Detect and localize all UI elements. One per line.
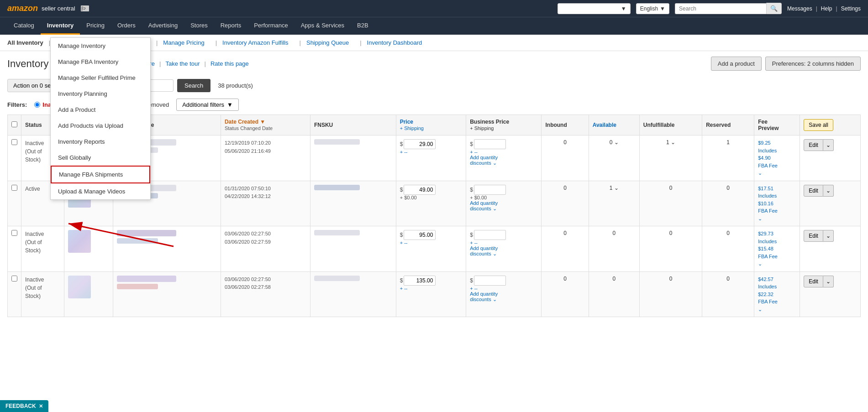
nav-performance[interactable]: Performance bbox=[247, 17, 294, 35]
nav-reports[interactable]: Reports bbox=[214, 17, 248, 35]
menu-manage-fba-shipments[interactable]: Manage FBA Shipments bbox=[51, 166, 150, 183]
row3-biz-price-field[interactable] bbox=[474, 230, 506, 240]
language-selector[interactable]: English ▼ bbox=[636, 3, 669, 14]
menu-manage-fba-inventory[interactable]: Manage FBA Inventory bbox=[51, 54, 150, 70]
menu-sell-globally[interactable]: Sell Globally bbox=[51, 150, 150, 166]
row3-price-field[interactable] bbox=[404, 230, 436, 240]
row3-date-created: 03/06/2020 02:27:50 bbox=[225, 230, 306, 238]
row2-fee-preview: $17.51Includes$10.16FBA Fee⌄ bbox=[758, 185, 796, 223]
th-biz-price: Business Price+ Shipping bbox=[466, 115, 542, 136]
row4-available: 0 bbox=[589, 271, 639, 317]
marketplace-value bbox=[562, 5, 619, 12]
row2-reserved: 0 bbox=[702, 181, 754, 226]
row1-price-adjust[interactable]: + -- bbox=[400, 149, 463, 155]
row3-biz-adjust[interactable]: + -- bbox=[470, 240, 537, 245]
search-button[interactable]: Search bbox=[177, 79, 210, 92]
nav-orders[interactable]: Orders bbox=[111, 17, 142, 35]
row1-biz-price-field[interactable] bbox=[474, 139, 506, 149]
select-all-checkbox[interactable] bbox=[11, 121, 17, 127]
row1-edit-button[interactable]: Edit bbox=[804, 139, 823, 151]
row3-price-adjust[interactable]: + -- bbox=[400, 240, 463, 245]
menu-manage-inventory[interactable]: Manage Inventory bbox=[51, 38, 150, 54]
row2-checkbox[interactable] bbox=[11, 185, 17, 191]
inventory-dropdown-menu: Manage Inventory Manage FBA Inventory Ma… bbox=[50, 37, 151, 200]
menu-inventory-planning[interactable]: Inventory Planning bbox=[51, 86, 150, 102]
row3-add-qty-discounts[interactable]: Add quantitydiscounts ⌄ bbox=[470, 245, 537, 257]
save-all-button[interactable]: Save all bbox=[804, 119, 833, 131]
take-tour-link[interactable]: Take the tour bbox=[165, 60, 200, 67]
search-input[interactable] bbox=[675, 3, 766, 14]
row3-date-changed: 03/06/2020 02:27:59 bbox=[225, 238, 306, 246]
row1-biz-adjust[interactable]: + -- bbox=[470, 149, 537, 155]
row2-edit-button[interactable]: Edit bbox=[804, 185, 823, 197]
nav-pricing[interactable]: Pricing bbox=[80, 17, 111, 35]
row4-unfulfillable: 0 bbox=[639, 271, 702, 317]
row4-price-field[interactable] bbox=[404, 276, 436, 286]
sec-nav-amazon-fulfills[interactable]: Inventory Amazon Fulfills bbox=[219, 35, 289, 51]
search-button[interactable]: 🔍 bbox=[766, 3, 782, 14]
row2-add-qty-discounts[interactable]: Add quantitydiscounts ⌄ bbox=[470, 200, 537, 212]
row4-biz-price-input: $ bbox=[470, 276, 537, 286]
row1-checkbox-cell bbox=[8, 136, 21, 181]
sec-nav-manage-pricing[interactable]: Manage Pricing bbox=[159, 35, 204, 51]
row1-add-qty-discounts[interactable]: Add quantitydiscounts ⌄ bbox=[470, 155, 537, 166]
row4-edit-dropdown[interactable]: ⌄ bbox=[823, 276, 834, 287]
row4-checkbox[interactable] bbox=[11, 276, 17, 282]
nav-inventory[interactable]: Inventory bbox=[41, 17, 80, 35]
row4-fnsku-value bbox=[314, 276, 360, 281]
row2-price-field[interactable] bbox=[404, 185, 436, 195]
row4-inbound: 0 bbox=[542, 271, 589, 317]
nav-apps[interactable]: Apps & Services bbox=[295, 17, 351, 35]
row2-price-input: $ bbox=[400, 185, 463, 195]
preferences-button[interactable]: Preferences: 2 columns hidden bbox=[765, 57, 861, 71]
row1-price-symbol: $ bbox=[400, 141, 403, 147]
row4-add-qty-discounts[interactable]: Add quantitydiscounts ⌄ bbox=[470, 291, 537, 302]
row1-price-field[interactable] bbox=[404, 139, 436, 149]
additional-filters-button[interactable]: Additional filters ▼ bbox=[176, 99, 239, 111]
th-save-all[interactable]: Save all bbox=[800, 115, 861, 136]
menu-add-product[interactable]: Add a Product bbox=[51, 102, 150, 118]
row3-fee: $29.73Includes$15.48FBA Fee⌄ bbox=[754, 226, 800, 272]
rate-page-link[interactable]: Rate this page bbox=[210, 60, 249, 67]
row1-available-value: 0 bbox=[610, 139, 613, 146]
marketplace-dropdown[interactable]: ▼ bbox=[558, 3, 631, 14]
row1-edit-dropdown[interactable]: ⌄ bbox=[823, 139, 834, 151]
row1-checkbox[interactable] bbox=[11, 139, 17, 145]
nav-catalog[interactable]: Catalog bbox=[7, 17, 41, 35]
row4-biz-price-field[interactable] bbox=[474, 276, 506, 286]
row3-fee-preview: $29.73Includes$15.48FBA Fee⌄ bbox=[758, 230, 796, 268]
th-date-created[interactable]: Date Created ▼Status Changed Date bbox=[221, 115, 310, 136]
row3-status-text: Inactive(Out ofStock) bbox=[25, 230, 60, 255]
nav-stores[interactable]: Stores bbox=[184, 17, 214, 35]
row4-product-sku bbox=[117, 284, 158, 289]
nav-advertising[interactable]: Advertising bbox=[142, 17, 184, 35]
settings-link[interactable]: Settings bbox=[841, 5, 861, 12]
row3-price: $ + -- bbox=[396, 226, 466, 272]
row4-edit-button[interactable]: Edit bbox=[804, 276, 823, 287]
logo-area: amazon seller central 🏳 bbox=[7, 4, 89, 13]
menu-upload-manage-videos[interactable]: Upload & Manage Videos bbox=[51, 183, 150, 199]
row4-price-adjust[interactable]: + -- bbox=[400, 286, 463, 291]
help-link[interactable]: Help bbox=[821, 5, 832, 12]
link-sep1: | bbox=[159, 60, 161, 67]
sec-nav-dashboard[interactable]: Inventory Dashboard bbox=[363, 35, 422, 51]
row3-edit-dropdown[interactable]: ⌄ bbox=[823, 230, 834, 242]
sec-nav-shipping-queue[interactable]: Shipping Queue bbox=[303, 35, 349, 51]
row4-biz-adjust[interactable]: + -- bbox=[470, 286, 537, 291]
row3-checkbox[interactable] bbox=[11, 230, 17, 236]
row4-fnsku bbox=[310, 271, 396, 317]
menu-inventory-reports[interactable]: Inventory Reports bbox=[51, 134, 150, 150]
sec-nav-all-inventory[interactable]: All Inventory bbox=[7, 35, 47, 51]
menu-seller-fulfilled-prime[interactable]: Manage Seller Fulfilled Prime bbox=[51, 70, 150, 86]
add-product-button[interactable]: Add a product bbox=[711, 57, 762, 71]
row2-edit-dropdown[interactable]: ⌄ bbox=[823, 185, 834, 197]
nav-b2b[interactable]: B2B bbox=[351, 17, 375, 35]
lang-arrow-icon: ▼ bbox=[660, 5, 665, 12]
menu-add-products-upload[interactable]: Add Products via Upload bbox=[51, 118, 150, 134]
messages-link[interactable]: Messages bbox=[787, 5, 812, 12]
language-value: English bbox=[640, 5, 658, 12]
row2-biz-price-field[interactable] bbox=[474, 185, 506, 195]
row3-edit-button[interactable]: Edit bbox=[804, 230, 823, 242]
filter-inactive-radio[interactable] bbox=[34, 102, 40, 108]
row2-date-changed: 04/22/2020 14:32:12 bbox=[225, 193, 306, 201]
